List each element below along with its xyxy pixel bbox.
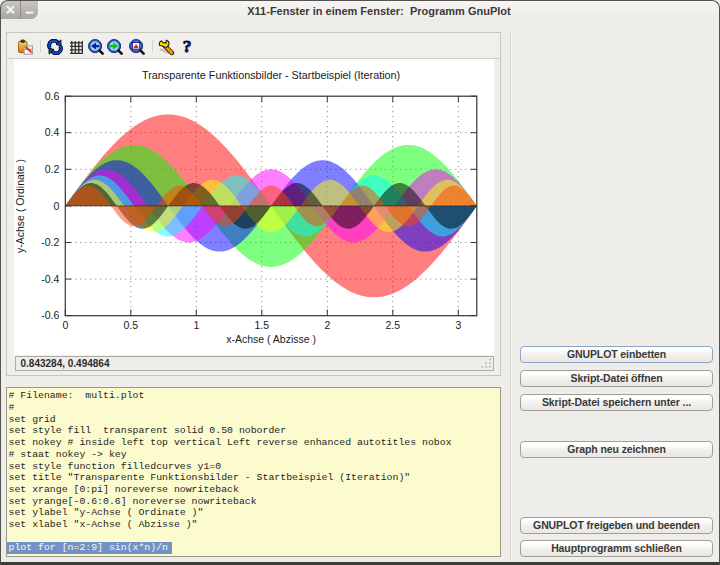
svg-text:2.5: 2.5 [385,319,400,331]
svg-text:-0.6: -0.6 [41,309,59,321]
svg-text:0.4: 0.4 [45,126,60,138]
svg-text:?: ? [182,38,191,55]
svg-text:1.5: 1.5 [254,319,269,331]
svg-text:-0.4: -0.4 [41,273,59,285]
svg-text:Transparente Funktionsbilder -: Transparente Funktionsbilder - Startbeis… [142,69,400,81]
svg-text:x-Achse ( Abzisse ): x-Achse ( Abzisse ) [226,333,316,345]
svg-text:0.6: 0.6 [45,90,60,102]
svg-text:y-Achse ( Ordinate ): y-Achse ( Ordinate ) [14,159,26,253]
svg-text:2: 2 [324,319,330,331]
svg-text:3: 3 [455,319,461,331]
svg-text:0.5: 0.5 [123,319,138,331]
svg-text:0.2: 0.2 [45,163,60,175]
svg-text:0: 0 [53,200,59,212]
svg-text:0: 0 [62,319,68,331]
svg-text:-0.2: -0.2 [41,236,59,248]
svg-text:1: 1 [193,319,199,331]
